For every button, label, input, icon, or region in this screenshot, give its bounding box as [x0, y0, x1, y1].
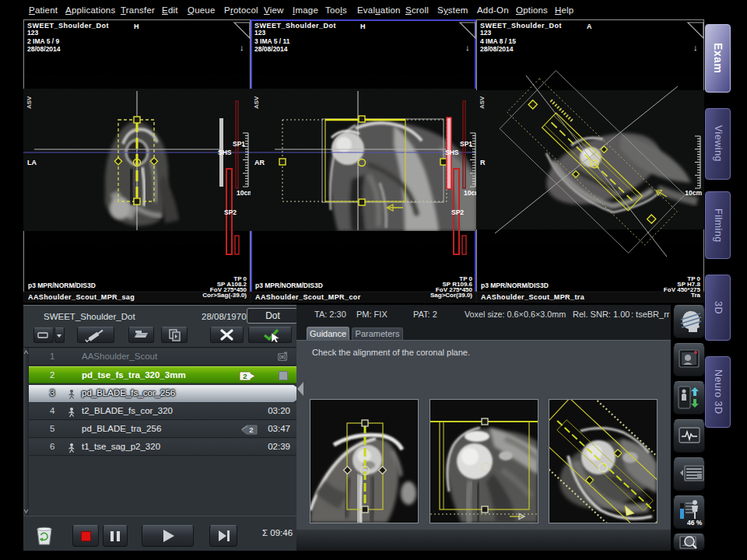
- svg-text:SP2: SP2: [451, 208, 464, 216]
- svg-text:R: R: [480, 159, 486, 166]
- svg-text:AAShoulder_Scout_MPR_sag: AAShoulder_Scout_MPR_sag: [28, 293, 135, 301]
- svg-text:2: 2: [243, 372, 247, 380]
- svg-text:LA: LA: [27, 159, 37, 166]
- svg-text:SWEET_Shoulder_Dot: SWEET_Shoulder_Dot: [254, 22, 336, 30]
- svg-text:A: A: [587, 23, 592, 30]
- svg-text:2: 2: [249, 425, 253, 434]
- svg-text:SHS: SHS: [218, 149, 232, 156]
- svg-text:SP1: SP1: [460, 140, 472, 148]
- svg-text:10cm: 10cm: [237, 189, 251, 197]
- svg-text:AR: AR: [254, 159, 265, 166]
- svg-text:ASV: ASV: [26, 96, 33, 109]
- svg-text:28/08/2014: 28/08/2014: [480, 45, 514, 53]
- svg-text:3 IMA 5 / 11: 3 IMA 5 / 11: [254, 37, 290, 45]
- svg-text:28/08/2014: 28/08/2014: [254, 45, 288, 53]
- svg-text:SWEET_Shoulder_Dot: SWEET_Shoulder_Dot: [480, 22, 562, 30]
- svg-text:2 IMA 5 / 9: 2 IMA 5 / 9: [27, 37, 60, 45]
- svg-text:46 %: 46 %: [687, 519, 703, 527]
- svg-text:H: H: [360, 23, 366, 30]
- svg-text:SP1: SP1: [233, 140, 245, 148]
- svg-text:SHS: SHS: [445, 149, 459, 156]
- svg-text:p3 MPR/NORM/DIS3D: p3 MPR/NORM/DIS3D: [481, 282, 549, 289]
- svg-text:10cm: 10cm: [685, 189, 702, 197]
- svg-text:SP2: SP2: [224, 208, 237, 216]
- svg-text:SWEET_Shoulder_Dot: SWEET_Shoulder_Dot: [27, 22, 109, 30]
- svg-text:4 IMA 8 / 15: 4 IMA 8 / 15: [480, 37, 516, 45]
- svg-text:123: 123: [480, 29, 491, 37]
- svg-text:H: H: [134, 23, 139, 30]
- svg-text:123: 123: [27, 29, 38, 37]
- svg-text:ASV: ASV: [479, 96, 486, 109]
- svg-text:123: 123: [254, 29, 265, 37]
- svg-text:↓: ↓: [240, 43, 244, 52]
- svg-text:28/08/2014: 28/08/2014: [27, 45, 61, 53]
- svg-text:Tra: Tra: [691, 292, 701, 299]
- svg-text:p3 MPR/NORM/DIS3D: p3 MPR/NORM/DIS3D: [255, 282, 323, 289]
- svg-text:10cm: 10cm: [464, 189, 476, 197]
- svg-text:p3 MPR/NORM/DIS3D: p3 MPR/NORM/DIS3D: [28, 282, 96, 289]
- svg-text:Sag>Cor(39.0): Sag>Cor(39.0): [430, 292, 472, 299]
- svg-text:↓: ↓: [465, 43, 470, 52]
- svg-text:AAShoulder_Scout_MPR_tra: AAShoulder_Scout_MPR_tra: [481, 293, 585, 301]
- svg-text:AAShoulder_Scout_MPR_cor: AAShoulder_Scout_MPR_cor: [255, 293, 361, 301]
- svg-text:ASV: ASV: [253, 96, 260, 109]
- svg-text:↓: ↓: [693, 43, 698, 52]
- svg-text:Cor>Sag(-39.0): Cor>Sag(-39.0): [202, 292, 247, 299]
